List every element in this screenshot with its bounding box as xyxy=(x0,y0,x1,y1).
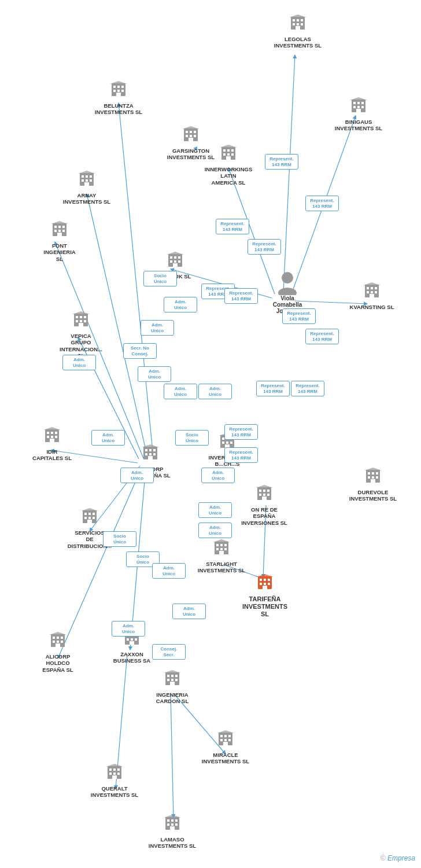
svg-rect-221 xyxy=(113,768,116,771)
svg-marker-227 xyxy=(106,764,123,767)
svg-marker-45 xyxy=(110,81,127,84)
svg-rect-76 xyxy=(62,226,65,228)
svg-rect-108 xyxy=(84,320,86,322)
svg-rect-187 xyxy=(53,641,55,643)
label-miracle: MIRACLE INVESTMENTS SL xyxy=(202,752,249,765)
node-durevole: DUREVOLE INVESTMENTS SL xyxy=(347,468,399,502)
svg-rect-48 xyxy=(190,131,192,133)
svg-rect-35 xyxy=(356,109,361,112)
badge-adm-idir: Adm.Unico xyxy=(91,430,125,446)
node-alicorp: ALICORP HOLDCO ESPAÑA SL xyxy=(32,632,84,673)
label-zaxxon: ZAXXON BUSINESS SA xyxy=(113,651,150,664)
node-innerworkings: INNERWORKINGS LATIN AMERICA SL xyxy=(202,145,254,186)
badge-represent-9: Represent.143 RRM xyxy=(291,381,324,396)
building-icon-servicios xyxy=(81,508,98,528)
node-beluntza: BELUNTZA INVESTMENTS SL xyxy=(93,81,145,116)
svg-rect-83 xyxy=(170,256,172,259)
badge-represent-2: Represent.143 RRM xyxy=(305,196,339,211)
svg-rect-226 xyxy=(112,775,117,779)
svg-rect-52 xyxy=(194,135,196,137)
svg-rect-127 xyxy=(148,456,153,459)
watermark: © Empresa xyxy=(381,854,415,862)
badge-represent-10: Represent.143 RRM xyxy=(224,424,258,440)
svg-rect-21 xyxy=(297,19,299,21)
label-beluntza: BELUNTZA INVESTMENTS SL xyxy=(95,102,142,116)
svg-rect-197 xyxy=(131,638,133,641)
badge-represent-11: Represent.143 RRM xyxy=(224,447,258,463)
building-icon-on-re xyxy=(256,485,273,505)
svg-rect-32 xyxy=(353,106,356,108)
svg-rect-217 xyxy=(223,742,228,745)
svg-rect-75 xyxy=(58,226,61,228)
svg-rect-196 xyxy=(127,638,129,641)
svg-rect-60 xyxy=(227,153,230,156)
label-binigaus: BINIGAUS INVESTMENTS SL xyxy=(335,119,382,132)
svg-marker-54 xyxy=(182,126,200,129)
svg-rect-43 xyxy=(121,90,124,92)
label-arnay: ARNAY INVESTMENTS SL xyxy=(63,192,110,205)
svg-rect-58 xyxy=(231,149,234,152)
svg-rect-145 xyxy=(262,496,267,500)
svg-rect-121 xyxy=(145,449,147,451)
badge-socio-3: SocioÚnico xyxy=(103,531,136,547)
svg-rect-51 xyxy=(190,135,192,137)
svg-rect-87 xyxy=(174,260,176,263)
building-icon-ingenieria-cardon xyxy=(164,670,181,690)
svg-line-0 xyxy=(283,55,295,292)
building-icon-innerworkings xyxy=(220,145,237,165)
node-kvarnsting: KVARNSTING SL xyxy=(346,282,398,310)
node-miracle: MIRACLE INVESTMENTS SL xyxy=(200,730,252,765)
node-lamaso: LAMASO INVESTMENTS SL xyxy=(146,815,198,849)
badge-adm-vepica: Adm.Unico xyxy=(62,355,96,370)
svg-rect-115 xyxy=(47,436,49,438)
svg-rect-86 xyxy=(170,260,172,263)
svg-rect-124 xyxy=(145,453,147,455)
person-viola: Viola Comabella Joaquin xyxy=(261,271,313,314)
svg-rect-143 xyxy=(263,494,265,496)
building-icon-garsington xyxy=(182,126,200,146)
svg-rect-61 xyxy=(231,153,234,156)
svg-rect-26 xyxy=(296,26,300,30)
building-icon-durevole xyxy=(364,468,382,488)
svg-rect-23 xyxy=(293,23,295,25)
svg-rect-47 xyxy=(186,131,188,133)
svg-rect-233 xyxy=(171,823,173,826)
svg-rect-107 xyxy=(80,320,82,322)
label-alicorp: ALICORP HOLDCO ESPAÑA SL xyxy=(42,653,73,673)
label-tarifena: TARIFEÑA INVESTMENTS SL xyxy=(242,595,287,619)
svg-rect-206 xyxy=(171,679,173,681)
svg-rect-232 xyxy=(167,823,169,826)
svg-rect-163 xyxy=(87,520,92,523)
svg-marker-81 xyxy=(51,221,68,224)
svg-rect-31 xyxy=(361,102,364,104)
svg-rect-126 xyxy=(153,453,156,455)
svg-rect-77 xyxy=(54,230,57,232)
svg-rect-84 xyxy=(174,256,176,259)
label-lamaso: LAMASO INVESTMENTS SL xyxy=(149,836,196,849)
svg-rect-39 xyxy=(117,86,120,88)
node-arnay: ARNAY INVESTMENTS SL xyxy=(61,171,113,205)
svg-rect-135 xyxy=(230,442,232,444)
svg-rect-125 xyxy=(149,453,152,455)
svg-rect-203 xyxy=(171,675,173,677)
svg-rect-78 xyxy=(58,230,61,232)
svg-rect-104 xyxy=(80,316,82,318)
badge-adm-11: Adm.Unico xyxy=(172,604,206,619)
svg-rect-150 xyxy=(376,472,378,475)
node-font: FONT INGENIERIA SL xyxy=(34,221,86,262)
svg-rect-212 xyxy=(224,735,227,737)
building-icon-alicorp xyxy=(49,632,67,652)
svg-rect-22 xyxy=(301,19,303,21)
svg-marker-90 xyxy=(167,252,184,255)
node-ingenieria-cardon: INGENIERIA CARDON SL xyxy=(146,670,198,705)
svg-rect-44 xyxy=(116,93,121,96)
svg-rect-74 xyxy=(54,226,57,228)
svg-rect-204 xyxy=(175,675,178,677)
badge-adm-7: Adm.Unico xyxy=(120,468,154,483)
svg-rect-95 xyxy=(371,287,373,289)
svg-marker-36 xyxy=(350,97,367,100)
svg-rect-207 xyxy=(175,679,178,681)
svg-rect-153 xyxy=(376,476,378,479)
svg-rect-96 xyxy=(375,287,377,289)
badge-adm-4: Adm.Unico xyxy=(164,384,197,399)
